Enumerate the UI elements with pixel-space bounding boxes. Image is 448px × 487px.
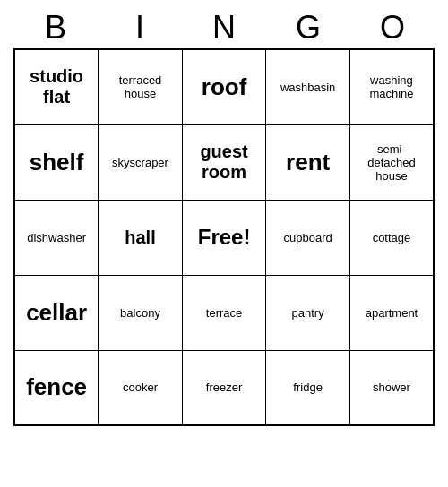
bingo-cell: Free! bbox=[182, 200, 266, 275]
bingo-cell: cellar bbox=[14, 275, 99, 350]
bingo-cell: roof bbox=[182, 49, 266, 124]
bingo-cell: shelf bbox=[14, 124, 99, 200]
bingo-cell: balcony bbox=[99, 275, 183, 350]
bingo-title: BINGO bbox=[13, 9, 435, 47]
table-row: studio flatterraced houseroofwashbasinwa… bbox=[14, 49, 434, 124]
bingo-cell: dishwasher bbox=[14, 200, 99, 275]
table-row: cellarbalconyterracepantryapartment bbox=[14, 275, 434, 350]
bingo-grid: studio flatterraced houseroofwashbasinwa… bbox=[13, 48, 435, 426]
bingo-letter: B bbox=[13, 9, 98, 47]
bingo-cell: apartment bbox=[349, 275, 434, 350]
table-row: dishwasherhallFree!cupboardcottage bbox=[14, 200, 434, 275]
bingo-letter: O bbox=[350, 9, 435, 47]
bingo-cell: washbasin bbox=[266, 49, 350, 124]
bingo-cell: cooker bbox=[99, 350, 183, 425]
bingo-cell: studio flat bbox=[14, 49, 99, 124]
bingo-cell: skyscraper bbox=[99, 124, 183, 200]
bingo-letter: I bbox=[98, 9, 182, 47]
bingo-cell: cupboard bbox=[266, 200, 350, 275]
bingo-cell: semi-detached house bbox=[349, 124, 434, 200]
bingo-letter: N bbox=[182, 9, 266, 47]
bingo-cell: pantry bbox=[266, 275, 350, 350]
bingo-cell: washing machine bbox=[349, 49, 434, 124]
bingo-cell: terraced house bbox=[99, 49, 183, 124]
table-row: shelfskyscraperguest roomrentsemi-detach… bbox=[14, 124, 434, 200]
bingo-letter: G bbox=[266, 9, 350, 47]
table-row: fencecookerfreezerfridgeshower bbox=[14, 350, 434, 425]
bingo-cell: hall bbox=[99, 200, 183, 275]
bingo-cell: shower bbox=[349, 350, 434, 425]
bingo-cell: guest room bbox=[182, 124, 266, 200]
bingo-cell: terrace bbox=[182, 275, 266, 350]
bingo-cell: cottage bbox=[349, 200, 434, 275]
bingo-cell: freezer bbox=[182, 350, 266, 425]
bingo-cell: fridge bbox=[266, 350, 350, 425]
bingo-cell: fence bbox=[14, 350, 99, 425]
bingo-cell: rent bbox=[266, 124, 350, 200]
